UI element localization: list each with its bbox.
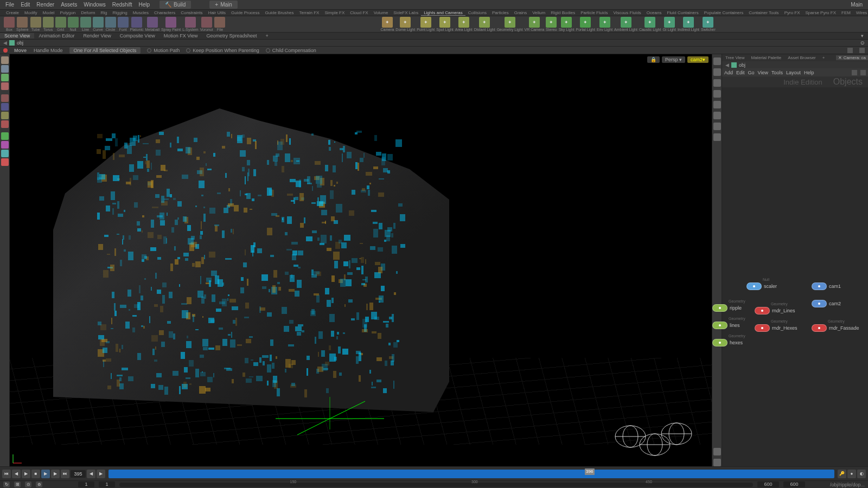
net-tool-icon-2[interactable]	[860, 70, 866, 75]
shelf-rig[interactable]: Rig	[98, 10, 110, 15]
shelf-hair[interactable]: Hair Utils	[206, 10, 228, 15]
tool-voronoi[interactable]: Voronoi	[200, 17, 214, 31]
shelf-sparsepyro[interactable]: Sparse Pyro FX	[803, 10, 839, 15]
rotate-tool-icon[interactable]	[1, 74, 9, 81]
menu-windows[interactable]: Windows	[80, 1, 109, 9]
tab-tree-view[interactable]: Tree View	[722, 55, 748, 60]
menu-assets[interactable]: Assets	[58, 1, 80, 9]
range-rstart-field[interactable]: 1	[99, 481, 115, 487]
opt-motion-path[interactable]: Motion Path	[147, 48, 180, 53]
xray-icon[interactable]	[713, 112, 721, 119]
shelf-guideprocess[interactable]: Guide Process	[228, 10, 262, 15]
tab-render-view[interactable]: Render View	[79, 33, 115, 38]
path-text[interactable]: obj	[17, 40, 23, 46]
timeline-track[interactable]: 396 150300450	[108, 470, 834, 478]
shelf-lights[interactable]: Lights and Cameras	[421, 10, 465, 16]
shelf-containertools[interactable]: Container Tools	[746, 10, 781, 15]
select-tool-icon[interactable]	[1, 56, 9, 64]
shelf-simplefx[interactable]: Simple FX	[322, 10, 347, 15]
shelf-terrain[interactable]: Terrain FX	[296, 10, 322, 15]
shelf-oceans[interactable]: Oceans	[644, 10, 665, 15]
shelf-guidebrushes[interactable]: Guide Brushes	[263, 10, 297, 15]
sb-icon-1[interactable]: ↻	[3, 481, 10, 487]
opt-icon-2[interactable]	[859, 48, 865, 53]
autokey-icon[interactable]: ●	[847, 470, 856, 478]
tab-material-palette[interactable]: Material Palette	[748, 55, 785, 60]
shelf-grains[interactable]: Grains	[512, 10, 530, 15]
shelf-characters[interactable]: Characters	[151, 10, 178, 15]
shelf-deform[interactable]: Deform	[78, 10, 98, 15]
node-hexes[interactable]: Geometryhexes	[712, 339, 743, 346]
menu-redshift[interactable]: Redshift	[109, 1, 136, 9]
shelf-polygon[interactable]: Polygon	[57, 10, 78, 15]
light-vr-camera[interactable]: ✦VR Camera	[524, 17, 545, 31]
render-icon[interactable]	[1, 158, 9, 166]
shelf-fem[interactable]: FEM	[839, 10, 853, 15]
tool-null[interactable]: Null	[67, 17, 79, 31]
tool-platonic[interactable]: Platonic	[130, 17, 144, 31]
inspect-tool-icon[interactable]	[1, 141, 9, 149]
shelf-constraints[interactable]: Constraints	[178, 10, 205, 15]
net-menu-layout[interactable]: Layout	[786, 70, 801, 75]
tool-l-system[interactable]: L-System	[182, 17, 199, 31]
opt-child-comp[interactable]: Child Compensation	[266, 48, 316, 53]
tool-tube[interactable]: Tube	[30, 17, 42, 31]
sb-icon-2[interactable]: ⊞	[14, 481, 21, 487]
tab-scene-view[interactable]: Scene View	[0, 33, 34, 38]
shelf-rigidbodies[interactable]: Rigid Bodies	[548, 10, 578, 15]
light-area-light[interactable]: ✦Area Light	[455, 17, 473, 31]
opt-icon-1[interactable]	[847, 48, 853, 53]
node-cam1[interactable]: cam1	[812, 282, 841, 290]
tab-add[interactable]: +	[261, 33, 273, 38]
range-end-field[interactable]: 600	[783, 481, 805, 487]
viewport-3d[interactable]: 🔒 Persp ▾ cam2▾	[10, 54, 712, 466]
nav-back-icon-right[interactable]: ◀	[725, 62, 729, 68]
tool-line[interactable]: Line	[80, 17, 92, 31]
network-view[interactable]: Nullscalercam1cam2GeometryrippleGeometry…	[722, 87, 868, 466]
playhead[interactable]: 396	[585, 468, 595, 475]
shelf-model[interactable]: Model	[40, 10, 58, 15]
light-portal-light[interactable]: ✦Portal Light	[575, 17, 595, 31]
light-geometry-light[interactable]: ✦Geometry Light	[496, 17, 524, 31]
light-indirect-light[interactable]: ✦Indirect Light	[677, 17, 700, 31]
pin-icon[interactable]: ⊙	[860, 40, 865, 46]
menu-file[interactable]: File	[2, 1, 17, 9]
tab-add-right[interactable]: +	[819, 55, 828, 60]
build-button[interactable]: 🔨Build	[159, 1, 191, 9]
scale-tool-icon[interactable]	[1, 82, 9, 90]
lock-icon[interactable]: 🔒	[647, 56, 660, 63]
viewport-camera-menu[interactable]: cam2▾	[687, 56, 709, 63]
tool-font[interactable]: Font	[117, 17, 129, 31]
shading-icon[interactable]	[713, 68, 721, 76]
range-slider[interactable]	[119, 483, 753, 487]
hq-icon[interactable]	[713, 123, 721, 130]
shelf-pyro[interactable]: Pyro FX	[782, 10, 803, 15]
shelf-modify[interactable]: Modify	[22, 10, 40, 15]
menu-render[interactable]: Render	[33, 1, 58, 9]
snap-tool-icon[interactable]	[1, 120, 9, 128]
tab-asset-browser[interactable]: Asset Browser	[784, 55, 819, 60]
tool-file[interactable]: File	[214, 17, 226, 31]
light-dome-light[interactable]: ✦Dome Light	[395, 17, 416, 31]
play-forward-icon[interactable]: ▶	[41, 470, 50, 478]
wire-icon[interactable]	[713, 90, 721, 98]
handle-mode-dropdown[interactable]: One For All Selected Objects	[69, 47, 141, 54]
pane-menu-icon[interactable]: ▾	[857, 33, 868, 38]
net-menu-view[interactable]: View	[758, 70, 768, 75]
light-switcher[interactable]: ✦Switcher	[700, 17, 716, 31]
light-spot-light[interactable]: ✦Spot Light	[436, 17, 454, 31]
tool-torus[interactable]: Torus	[42, 17, 54, 31]
node-rndr_Hexes[interactable]: Geometryrndr_Hexes	[755, 324, 797, 332]
sb-icon-3[interactable]: ⊙	[25, 481, 31, 487]
menu-help[interactable]: Help	[135, 1, 153, 9]
tool-box[interactable]: Box	[3, 17, 15, 31]
shelf-collisions[interactable]: Collisions	[465, 10, 489, 15]
scope-icon[interactable]: ◐	[857, 470, 866, 478]
render-region-icon[interactable]	[1, 132, 9, 140]
handles-tool-icon[interactable]	[1, 112, 9, 119]
tab-motionfx-view[interactable]: Motion FX View	[159, 33, 202, 38]
range-rend-field[interactable]: 600	[757, 481, 779, 487]
shelf-volume[interactable]: Volume	[371, 10, 391, 15]
tool-spray-paint[interactable]: Spray Paint	[161, 17, 181, 31]
shelf-viscous[interactable]: Viscous Fluids	[610, 10, 643, 15]
